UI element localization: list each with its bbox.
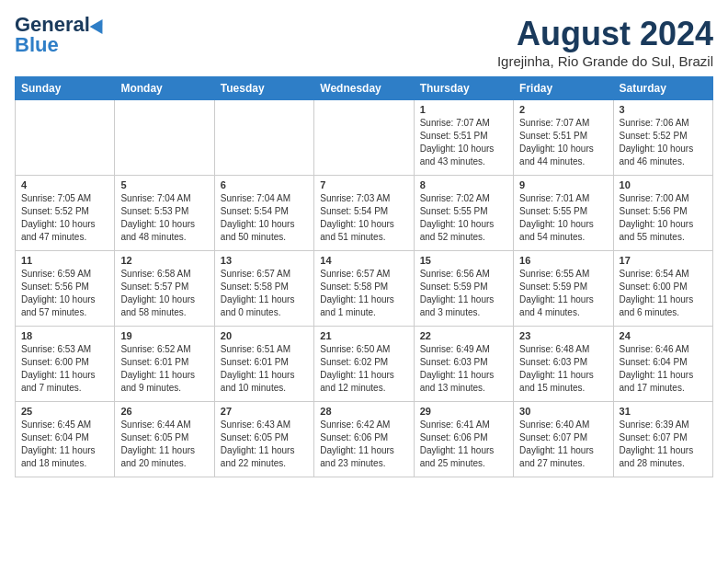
cell-info-line: Daylight: 10 hours bbox=[120, 218, 208, 231]
cell-info-line: Daylight: 11 hours bbox=[120, 444, 208, 457]
cell-info-line: Daylight: 11 hours bbox=[519, 369, 607, 382]
cell-info-line: and 10 minutes. bbox=[221, 382, 308, 395]
cell-info-line: and 50 minutes. bbox=[221, 231, 308, 244]
day-number: 10 bbox=[620, 179, 707, 190]
cell-info-line: and 55 minutes. bbox=[620, 231, 707, 244]
cell-info-line: Sunrise: 6:42 AM bbox=[320, 419, 407, 431]
day-number: 17 bbox=[620, 255, 707, 266]
cell-info-line: Daylight: 11 hours bbox=[420, 444, 507, 457]
cell-info-line: Sunset: 6:07 PM bbox=[519, 431, 607, 444]
cell-info-line: Daylight: 11 hours bbox=[620, 293, 707, 306]
calendar-cell: 14Sunrise: 6:57 AMSunset: 5:58 PMDayligh… bbox=[314, 251, 414, 327]
logo-blue: Blue bbox=[15, 35, 59, 55]
cell-info-line: Sunrise: 7:07 AM bbox=[519, 117, 607, 130]
cell-info-line: and 23 minutes. bbox=[320, 457, 407, 470]
cell-info-line: Daylight: 10 hours bbox=[320, 218, 407, 231]
cell-info-line: Sunrise: 6:39 AM bbox=[620, 419, 707, 431]
cell-info-line: Sunset: 6:02 PM bbox=[320, 356, 407, 369]
calendar-cell: 10Sunrise: 7:00 AMSunset: 5:56 PMDayligh… bbox=[613, 176, 712, 251]
cell-info-line: Sunrise: 6:52 AM bbox=[120, 343, 208, 356]
cell-info-line: Sunset: 5:58 PM bbox=[221, 281, 308, 293]
calendar-cell: 28Sunrise: 6:42 AMSunset: 6:06 PMDayligh… bbox=[314, 402, 414, 477]
calendar-cell: 18Sunrise: 6:53 AMSunset: 6:00 PMDayligh… bbox=[16, 327, 115, 402]
calendar-cell: 11Sunrise: 6:59 AMSunset: 5:56 PMDayligh… bbox=[16, 251, 115, 327]
cell-info-line: and 6 minutes. bbox=[620, 306, 707, 319]
cell-info-line: and 22 minutes. bbox=[221, 457, 308, 470]
cell-info-line: Sunrise: 7:01 AM bbox=[519, 192, 607, 205]
week-row-3: 11Sunrise: 6:59 AMSunset: 5:56 PMDayligh… bbox=[16, 251, 713, 327]
cell-info-line: Daylight: 11 hours bbox=[620, 444, 707, 457]
cell-info-line: Sunrise: 7:02 AM bbox=[420, 192, 507, 205]
days-header: SundayMondayTuesdayWednesdayThursdayFrid… bbox=[16, 77, 713, 100]
cell-info-line: and 54 minutes. bbox=[519, 231, 607, 244]
cell-info-line: and 7 minutes. bbox=[21, 382, 108, 395]
day-number: 19 bbox=[120, 330, 208, 341]
day-header-monday: Monday bbox=[115, 77, 214, 100]
cell-info-line: Sunrise: 6:46 AM bbox=[620, 343, 707, 356]
logo-general: General bbox=[15, 15, 90, 35]
cell-info-line: Sunset: 5:59 PM bbox=[420, 281, 507, 293]
cell-info-line: and 46 minutes. bbox=[620, 155, 707, 168]
cell-info-line: Sunrise: 6:57 AM bbox=[320, 268, 407, 281]
cell-info-line: Daylight: 11 hours bbox=[320, 369, 407, 382]
calendar-cell bbox=[16, 100, 115, 176]
cell-info-line: Sunset: 5:56 PM bbox=[620, 205, 707, 218]
cell-info-line: Daylight: 11 hours bbox=[519, 293, 607, 306]
cell-info-line: Sunset: 6:04 PM bbox=[620, 356, 707, 369]
logo-triangle-icon bbox=[90, 16, 109, 34]
cell-info-line: Sunset: 6:00 PM bbox=[21, 356, 108, 369]
cell-info-line: Sunrise: 6:55 AM bbox=[519, 268, 607, 281]
cell-info-line: Sunrise: 7:05 AM bbox=[21, 192, 108, 205]
day-number: 7 bbox=[320, 179, 407, 190]
cell-info-line: Daylight: 10 hours bbox=[21, 293, 108, 306]
day-number: 1 bbox=[420, 104, 507, 115]
day-number: 29 bbox=[420, 406, 507, 417]
cell-info-line: and 51 minutes. bbox=[320, 231, 407, 244]
cell-info-line: Sunset: 6:04 PM bbox=[21, 431, 108, 444]
title-area: August 2024 Igrejinha, Rio Grande do Sul… bbox=[497, 15, 713, 69]
calendar-cell: 25Sunrise: 6:45 AMSunset: 6:04 PMDayligh… bbox=[16, 402, 115, 477]
cell-info-line: Sunset: 5:56 PM bbox=[21, 281, 108, 293]
calendar-cell: 7Sunrise: 7:03 AMSunset: 5:54 PMDaylight… bbox=[314, 176, 414, 251]
cell-info-line: Daylight: 11 hours bbox=[21, 369, 108, 382]
day-header-sunday: Sunday bbox=[16, 77, 115, 100]
calendar-cell bbox=[115, 100, 214, 176]
calendar-cell: 12Sunrise: 6:58 AMSunset: 5:57 PMDayligh… bbox=[115, 251, 214, 327]
day-number: 3 bbox=[620, 104, 707, 115]
cell-info-line: Sunset: 5:52 PM bbox=[21, 205, 108, 218]
cell-info-line: Sunrise: 6:59 AM bbox=[21, 268, 108, 281]
calendar-cell: 2Sunrise: 7:07 AMSunset: 5:51 PMDaylight… bbox=[514, 100, 613, 176]
cell-info-line: Sunrise: 6:40 AM bbox=[519, 419, 607, 431]
cell-info-line: Sunset: 6:03 PM bbox=[519, 356, 607, 369]
day-number: 6 bbox=[221, 179, 308, 190]
cell-info-line: Daylight: 11 hours bbox=[120, 369, 208, 382]
cell-info-line: Sunset: 5:55 PM bbox=[420, 205, 507, 218]
cell-info-line: Sunrise: 6:57 AM bbox=[221, 268, 308, 281]
cell-info-line: Sunset: 6:00 PM bbox=[620, 281, 707, 293]
week-row-1: 1Sunrise: 7:07 AMSunset: 5:51 PMDaylight… bbox=[16, 100, 713, 176]
cell-info-line: and 20 minutes. bbox=[120, 457, 208, 470]
cell-info-line: Daylight: 11 hours bbox=[21, 444, 108, 457]
cell-info-line: Daylight: 11 hours bbox=[420, 369, 507, 382]
day-number: 20 bbox=[221, 330, 308, 341]
cell-info-line: Sunset: 5:54 PM bbox=[221, 205, 308, 218]
day-number: 15 bbox=[420, 255, 507, 266]
day-number: 5 bbox=[120, 179, 208, 190]
calendar-cell bbox=[214, 100, 313, 176]
calendar-cell: 13Sunrise: 6:57 AMSunset: 5:58 PMDayligh… bbox=[214, 251, 313, 327]
calendar-cell: 22Sunrise: 6:49 AMSunset: 6:03 PMDayligh… bbox=[414, 327, 513, 402]
cell-info-line: and 1 minute. bbox=[320, 306, 407, 319]
day-number: 2 bbox=[519, 104, 607, 115]
calendar-cell: 5Sunrise: 7:04 AMSunset: 5:53 PMDaylight… bbox=[115, 176, 214, 251]
day-number: 25 bbox=[21, 406, 108, 417]
cell-info-line: and 4 minutes. bbox=[519, 306, 607, 319]
cell-info-line: and 28 minutes. bbox=[620, 457, 707, 470]
cell-info-line: Sunset: 5:59 PM bbox=[519, 281, 607, 293]
cell-info-line: Sunrise: 6:45 AM bbox=[21, 419, 108, 431]
day-number: 24 bbox=[620, 330, 707, 341]
cell-info-line: Daylight: 11 hours bbox=[420, 293, 507, 306]
cell-info-line: Sunset: 6:06 PM bbox=[320, 431, 407, 444]
day-number: 12 bbox=[120, 255, 208, 266]
calendar-cell: 20Sunrise: 6:51 AMSunset: 6:01 PMDayligh… bbox=[214, 327, 313, 402]
day-number: 8 bbox=[420, 179, 507, 190]
